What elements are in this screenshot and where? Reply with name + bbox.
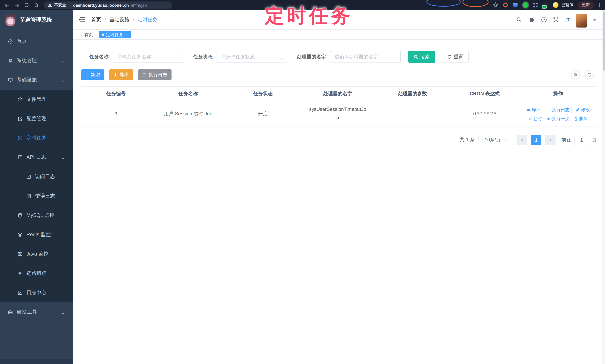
sidebar-item-tracing[interactable]: 链路追踪 <box>0 264 73 283</box>
list-icon <box>547 108 551 112</box>
run-once-link[interactable]: 执行一次 <box>547 116 570 122</box>
tab-close-icon[interactable]: × <box>126 33 128 37</box>
avatar[interactable] <box>576 13 587 27</box>
sidebar-item-redis-monitor[interactable]: Redis 监控 <box>0 225 73 244</box>
browser-forward-icon[interactable] <box>12 0 22 10</box>
handler-name-cell: sysUserSessionTimeoutJob <box>300 101 375 126</box>
job-status-select[interactable] <box>217 51 287 63</box>
navbar-actions: ? tT <box>516 12 605 27</box>
table-toolbar: + 新增 导出 执行日志 <box>81 69 597 80</box>
extension-orange-icon[interactable] <box>502 2 508 8</box>
job-status-input[interactable] <box>221 54 283 60</box>
sidebar-item-java-monitor[interactable]: Java 监控 <box>0 244 73 264</box>
extension-blue-icon[interactable] <box>513 2 518 8</box>
detail-link[interactable]: 详细 <box>526 107 541 113</box>
extension-on-icon[interactable]: on <box>543 2 549 8</box>
app-logo-row[interactable]: 芋道管理系统 <box>0 10 73 30</box>
page-size-select[interactable]: 10条/页 <box>478 135 513 145</box>
handler-name-input-wrap <box>330 51 401 63</box>
total-count: 共 1 条 <box>460 137 475 143</box>
paused-extension-icon[interactable] <box>553 2 559 8</box>
browser-update-button[interactable]: 更新 <box>578 1 594 9</box>
table-row: 3 用户 Session 超时 Job 开启 sysUserSessionTim… <box>81 101 597 127</box>
jobs-table: 任务编号 任务名称 任务状态 处理器的名字 处理器的参数 CRON 表达式 操作… <box>81 86 597 127</box>
fullscreen-icon[interactable] <box>553 16 559 23</box>
address-bar[interactable]: 不安全 dashboard.yudao.iocoder.cn/infra/job <box>44 1 172 9</box>
handler-name-input[interactable] <box>334 54 396 60</box>
log-icon <box>26 174 31 179</box>
url-path: /infra/job <box>131 3 147 7</box>
sidebar-item-scheduled-jobs[interactable]: 定时任务 <box>0 128 73 148</box>
job-name-input[interactable] <box>117 54 179 60</box>
monitor-icon <box>8 77 13 83</box>
text-size-icon[interactable]: tT <box>565 17 570 22</box>
export-button[interactable]: 导出 <box>109 69 133 80</box>
pause-link[interactable]: 暂停 <box>528 116 542 122</box>
tab-scheduled-jobs[interactable]: 定时任务 × <box>99 31 131 38</box>
bookmark-star-icon[interactable] <box>492 2 498 8</box>
play-icon <box>547 117 551 121</box>
refresh-icon <box>447 54 452 59</box>
sidebar-item-error-logs[interactable]: 错误日志 <box>0 186 73 206</box>
tags-view-bar: 首页 定时任务 × <box>73 30 605 40</box>
edit-link[interactable]: 修改 <box>576 107 590 113</box>
hamburger-icon[interactable] <box>79 17 85 23</box>
sidebar-item-config-management[interactable]: 配置管理 <box>0 109 73 128</box>
add-button[interactable]: + 新增 <box>81 69 104 80</box>
database-icon <box>17 213 23 218</box>
browser-actions: ✓ on 已暂停 更新 <box>492 1 605 9</box>
sidebar-item-file-management[interactable]: 文件管理 <box>0 90 73 109</box>
refresh-icon <box>587 73 592 77</box>
sidebar-item-home[interactable]: 首页 <box>0 32 73 51</box>
goto-page: 前往 页 <box>562 135 597 145</box>
gear-icon <box>8 58 13 63</box>
scrollbar-thumb[interactable] <box>603 11 605 71</box>
breadcrumb-infra[interactable]: 基础设施 <box>109 16 130 23</box>
table-header-row: 任务编号 任务名称 任务状态 处理器的名字 处理器的参数 CRON 表达式 操作 <box>81 87 597 101</box>
execution-log-button[interactable]: 执行日志 <box>138 69 171 80</box>
sidebar-item-mysql-monitor[interactable]: MySQL 监控 <box>0 206 73 225</box>
github-icon[interactable] <box>528 16 535 23</box>
page-1-button[interactable]: 1 <box>531 135 541 145</box>
annotation-oval-orange <box>463 0 489 7</box>
browser-back-icon[interactable] <box>2 0 12 10</box>
breadcrumb-home[interactable]: 首页 <box>91 16 101 23</box>
browser-reload-icon[interactable] <box>22 0 31 10</box>
chevron-up-icon <box>61 78 65 82</box>
extension-grid-icon[interactable] <box>533 2 539 8</box>
page-scrollbar[interactable] <box>602 10 605 364</box>
refresh-button[interactable] <box>585 70 594 79</box>
search-icon[interactable] <box>516 16 522 23</box>
delete-link[interactable]: 删除 <box>574 116 588 122</box>
extension-green-icon[interactable]: ✓ <box>523 2 528 8</box>
timer-icon <box>17 135 23 141</box>
filter-form: 任务名称 任务状态 处理器的名字 搜索 重置 <box>81 51 597 63</box>
row-exec-log-link[interactable]: 执行日志 <box>545 105 572 114</box>
java-icon <box>17 251 23 257</box>
sidebar-item-dev-tools[interactable]: 研发工具 <box>0 302 73 322</box>
goto-page-input[interactable] <box>574 135 589 145</box>
warning-icon <box>48 3 52 7</box>
help-icon[interactable]: ? <box>541 17 546 22</box>
sidebar-item-log-center[interactable]: 日志中心 <box>0 283 73 302</box>
sidebar-item-api-logs[interactable]: API 日志 <box>0 148 73 167</box>
page-content: 任务名称 任务状态 处理器的名字 搜索 重置 <box>73 40 605 145</box>
list-icon <box>143 73 147 77</box>
caret-down-icon[interactable] <box>593 19 596 21</box>
search-button[interactable]: 搜索 <box>408 51 435 63</box>
next-page-button[interactable]: > <box>545 135 555 145</box>
sidebar-item-system[interactable]: 系统管理 <box>0 51 73 70</box>
browser-home-icon[interactable] <box>31 0 41 10</box>
pen-icon <box>576 108 580 112</box>
sidebar-item-infra[interactable]: 基础设施 <box>0 70 73 90</box>
tab-home[interactable]: 首页 <box>81 31 96 38</box>
browser-menu-icon[interactable] <box>598 3 601 7</box>
handler-name-label: 处理器的名字 <box>297 53 326 60</box>
prev-page-button[interactable]: < <box>517 135 527 145</box>
sidebar-item-access-logs[interactable]: 访问日志 <box>0 167 73 186</box>
toggle-search-button[interactable] <box>571 70 580 79</box>
gauge-icon <box>8 39 13 44</box>
cron-cell: 0 * * * * ? * <box>450 101 519 126</box>
emoji-face-icon <box>553 2 558 8</box>
reset-button[interactable]: 重置 <box>442 51 469 63</box>
